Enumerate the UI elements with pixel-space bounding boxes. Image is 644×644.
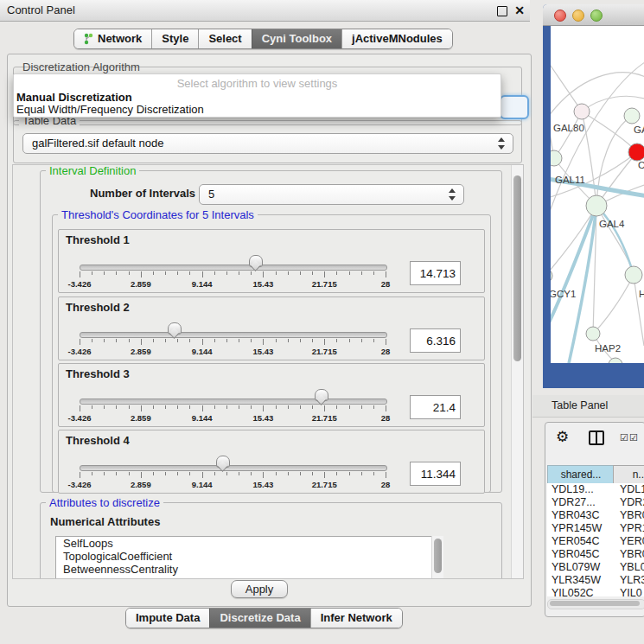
dropdown-placeholder-item[interactable]: Select algorithm to view settings: [14, 77, 501, 90]
threshold-1-slider-track[interactable]: [80, 265, 387, 271]
threshold-2-value-field[interactable]: [410, 328, 461, 353]
tick-mark: [116, 472, 117, 475]
threshold-4-slider-track[interactable]: [80, 465, 387, 471]
attribute-item-topologicalcoefficient[interactable]: TopologicalCoefficient: [56, 550, 431, 563]
network-node-c[interactable]: [628, 143, 644, 161]
tick-mark: [251, 271, 252, 275]
table-data-combobox[interactable]: galFiltered.sif default node: [22, 133, 513, 154]
tab-label: Select: [208, 29, 241, 48]
attribute-item-betweennesscentrality[interactable]: BetweennessCentrality: [56, 563, 431, 576]
network-node-gal11[interactable]: [551, 150, 562, 166]
dropdown-option-equal-width-frequency-discretization[interactable]: Equal Width/Frequency Discretization: [16, 103, 204, 116]
minimize-window-icon[interactable]: [572, 10, 584, 22]
tick-mark: [361, 405, 362, 409]
close-panel-icon[interactable]: ✕: [513, 2, 526, 19]
network-node-gal80[interactable]: [574, 104, 590, 119]
threshold-3-slider-track[interactable]: [80, 399, 387, 405]
table-row[interactable]: YIL052CYIL0: [547, 587, 644, 596]
threshold-2-slider-track[interactable]: [80, 332, 387, 338]
table-row[interactable]: YBR045CYBR0: [547, 548, 644, 561]
apply-button[interactable]: Apply: [231, 580, 288, 598]
float-panel-icon[interactable]: [497, 6, 507, 16]
network-node-gcy1[interactable]: [551, 269, 552, 283]
tick-mark: [373, 339, 374, 342]
tick-mark: [312, 339, 313, 342]
threshold-3-slider-thumb[interactable]: [315, 389, 328, 401]
threshold-3-value-field[interactable]: [410, 395, 461, 419]
checkbox-icon[interactable]: ☑: [620, 432, 628, 443]
tick-mark: [288, 472, 289, 475]
num-intervals-label: Number of Intervals: [90, 185, 195, 202]
tick-mark: [202, 339, 203, 345]
network-node-ga[interactable]: [624, 108, 640, 124]
tick-mark: [324, 271, 325, 277]
network-node-gal4[interactable]: [586, 195, 607, 216]
threshold-1-slider-thumb[interactable]: [249, 255, 263, 267]
threshold-4-value-field[interactable]: [410, 462, 461, 486]
dropdown-option-manual-discretization[interactable]: Manual Discretization: [16, 91, 132, 104]
tick-mark: [386, 339, 386, 345]
table-row[interactable]: YLR345WYLR3: [547, 574, 644, 587]
table-row[interactable]: YPR145WYPR1: [547, 522, 644, 535]
zoom-window-icon[interactable]: [590, 10, 603, 22]
network-node[interactable]: [609, 358, 622, 363]
tab-infer-network[interactable]: Infer Network: [310, 609, 402, 628]
threshold-4-box: Threshold 4-3.4262.8599.14415.4321.71528: [58, 430, 485, 494]
tick-mark: [141, 339, 142, 345]
attributes-list-scrollbar-thumb[interactable]: [434, 539, 442, 573]
threshold-4-label: Threshold 4: [66, 434, 130, 447]
network-canvas[interactable]: GAL80GACGAL11GAL4GCY1HHAP2: [551, 26, 644, 363]
app-root: Control Panel ✕ NetworkStyleSelectCyni T…: [0, 0, 644, 644]
attributes-list-scrollbar[interactable]: [431, 536, 443, 578]
tick-mark: [129, 405, 130, 409]
network-edge-highlighted[interactable]: [551, 206, 596, 337]
tab-style[interactable]: Style: [151, 29, 198, 48]
settings-scrollbar-thumb[interactable]: [513, 175, 521, 361]
column-header-name[interactable]: n...: [613, 465, 644, 484]
checkbox-icon[interactable]: ☑: [629, 432, 638, 443]
attribute-item-selfloops[interactable]: SelfLoops: [56, 537, 431, 550]
table-row[interactable]: YDL19...YDL1: [547, 483, 644, 496]
network-node-hap2[interactable]: [586, 327, 600, 341]
network-edge[interactable]: [634, 275, 644, 346]
tab-select[interactable]: Select: [198, 29, 251, 48]
slider-ticks: [80, 271, 386, 278]
tick-mark: [226, 339, 227, 342]
algorithm-combobox[interactable]: [500, 95, 529, 119]
threshold-1-value-field[interactable]: [410, 261, 461, 285]
network-edge[interactable]: [593, 275, 634, 334]
num-intervals-spinner[interactable]: 5: [199, 184, 464, 205]
tab-jactivemnodules[interactable]: jActiveMNodules: [341, 29, 452, 48]
threshold-2-slider-thumb[interactable]: [168, 322, 182, 335]
table-row[interactable]: YDR27...YDR2: [547, 496, 644, 509]
tab-discretize-data[interactable]: Discretize Data: [209, 609, 309, 628]
tab-cyni-toolbox[interactable]: Cyni Toolbox: [252, 29, 341, 48]
network-edge[interactable]: [551, 52, 582, 112]
table-horizontal-scrollbar[interactable]: [547, 599, 644, 609]
tick-mark: [349, 405, 350, 409]
split-columns-icon[interactable]: [589, 430, 604, 445]
tick-mark: [263, 271, 264, 277]
settings-vertical-scrollbar[interactable]: [511, 165, 523, 578]
interval-definition-title: Interval Definition: [46, 164, 139, 177]
attributes-listbox[interactable]: SelfLoopsTopologicalCoefficientBetweenne…: [55, 536, 432, 579]
table-hscrollbar-thumb[interactable]: [550, 601, 640, 606]
table-row[interactable]: YBR043CYBR0: [547, 509, 644, 522]
table-data-group: Table Data galFiltered.sif default node: [13, 120, 522, 163]
column-header-shared[interactable]: shared...: [547, 465, 615, 484]
table-row[interactable]: YER054CYER0: [547, 535, 644, 548]
cell-name: YBR0: [620, 509, 644, 522]
tick-label: 21.715: [312, 347, 337, 356]
network-node-h[interactable]: [625, 266, 642, 284]
threshold-4-slider-thumb[interactable]: [216, 456, 230, 468]
panel-title: Control Panel: [7, 0, 75, 21]
close-window-icon[interactable]: [554, 10, 566, 22]
tab-network[interactable]: Network: [74, 29, 151, 48]
tick-label: 2.859: [131, 480, 151, 489]
table-row[interactable]: YBL079WYBL0: [547, 561, 644, 574]
network-edge[interactable]: [596, 206, 634, 275]
tab-impute-data[interactable]: Impute Data: [126, 609, 209, 628]
gear-icon[interactable]: ⚙: [556, 428, 569, 445]
tick-mark: [80, 405, 80, 411]
tick-mark: [300, 405, 301, 409]
